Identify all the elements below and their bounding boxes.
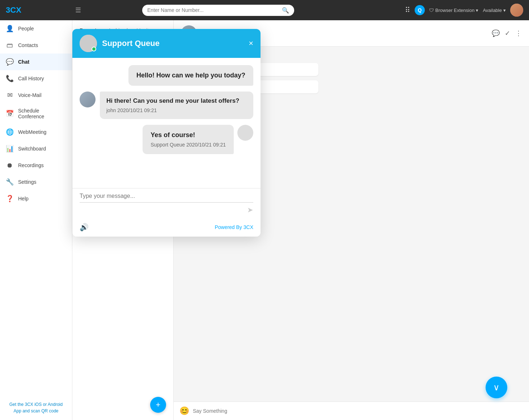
message-bubble-right: Yes of course! Support Queue 2020/10/21 …	[143, 125, 234, 154]
webmeeting-icon: 🌐	[6, 128, 14, 136]
recordings-icon: ⏺	[6, 161, 14, 169]
check-mark-icon[interactable]: ✓	[505, 29, 510, 37]
sidebar-item-help[interactable]: ❓ Help	[0, 190, 72, 207]
message-meta: john 2020/10/21 09:21	[106, 107, 247, 113]
sidebar: 👤 People 🗃 Contacts 💬 Chat 📞 Call Histor…	[0, 20, 72, 420]
sidebar-item-call-history[interactable]: 📞 Call History	[0, 70, 72, 87]
top-nav: 3CX ☰ 🔍 ⠿ Q 🛡 Browser Extension ▾ Availa…	[0, 0, 529, 20]
support-queue-close-button[interactable]: ×	[249, 39, 253, 47]
powered-by-label: Powered By 3CX	[215, 224, 253, 230]
scroll-down-button[interactable]: ∨	[486, 377, 507, 398]
support-queue-title: Support Queue	[102, 39, 244, 48]
switchboard-icon: 📊	[6, 145, 14, 153]
voicemail-icon: ✉	[6, 91, 14, 99]
support-queue-footer: 🔊 Powered By 3CX	[72, 220, 261, 237]
qr-link[interactable]: Get the 3CX iOS or Android App and scan …	[6, 401, 66, 414]
sidebar-item-people[interactable]: 👤 People	[0, 20, 72, 37]
message-group: Hi there! Can you send me your latest of…	[80, 92, 253, 119]
user-message-avatar	[80, 92, 96, 107]
available-status[interactable]: Available ▾	[483, 8, 506, 13]
people-icon: 👤	[6, 25, 14, 33]
sidebar-item-chat[interactable]: 💬 Chat	[0, 54, 72, 70]
user-avatar[interactable]	[510, 4, 523, 17]
sound-icon[interactable]: 🔊	[80, 223, 89, 232]
send-icon[interactable]: ➤	[247, 205, 253, 214]
chat-input-bar: 😊	[174, 402, 529, 420]
more-options-icon[interactable]: ⋮	[515, 29, 522, 37]
hamburger-button[interactable]: ☰	[72, 3, 84, 17]
sidebar-item-contacts[interactable]: 🗃 Contacts	[0, 37, 72, 54]
sidebar-item-switchboard[interactable]: 📊 Switchboard	[0, 140, 72, 157]
support-queue-input-area: ➤	[72, 188, 261, 220]
phone-icon: 📞	[6, 75, 14, 82]
message-group: Hello! How can we help you today?	[80, 65, 253, 86]
sidebar-item-webmeeting[interactable]: 🌐 WebMeeting	[0, 124, 72, 140]
search-bar: 🔍	[142, 5, 294, 16]
search-icon: 🔍	[282, 7, 289, 14]
new-chat-button[interactable]: +	[150, 397, 166, 413]
chat-header-actions: 💬 ✓ ⋮	[492, 29, 522, 37]
grid-icon[interactable]: ⠿	[405, 6, 410, 14]
support-queue-status-dot	[92, 47, 96, 51]
chevron-down-icon: ∨	[493, 382, 500, 393]
message-group: Yes of course! Support Queue 2020/10/21 …	[80, 125, 253, 154]
logo-area: 3CX	[0, 5, 72, 15]
support-queue-messages: Hello! How can we help you today? Hi the…	[72, 58, 261, 188]
help-icon: ❓	[6, 195, 14, 203]
contacts-icon: 🗃	[6, 41, 14, 49]
message-bubble-right: Hello! How can we help you today?	[128, 65, 253, 86]
app-logo: 3CX	[6, 5, 21, 15]
sidebar-footer: Get the 3CX iOS or Android App and scan …	[0, 395, 72, 420]
nav-right: ⠿ Q 🛡 Browser Extension ▾ Available ▾	[405, 4, 529, 17]
support-queue-header: Support Queue ×	[72, 29, 261, 58]
sidebar-item-recordings[interactable]: ⏺ Recordings	[0, 157, 72, 174]
calendar-icon: 📅	[6, 110, 14, 118]
browser-extension-button[interactable]: 🛡 Browser Extension ▾	[429, 8, 478, 13]
support-queue-message-input[interactable]	[80, 193, 253, 203]
support-queue-avatar	[80, 35, 97, 52]
sidebar-item-schedule[interactable]: 📅 Schedule Conference	[0, 103, 72, 124]
message-bubble-left: Hi there! Can you send me your latest of…	[100, 92, 253, 119]
chevron-down-icon: ▾	[503, 8, 506, 13]
chat-icon: 💬	[6, 58, 14, 66]
support-queue-popup: Support Queue × Hello! How can we help y…	[72, 29, 261, 237]
shield-icon: 🛡	[429, 8, 434, 13]
q-badge: Q	[415, 5, 425, 15]
chat-bubble-icon[interactable]: 💬	[492, 29, 500, 37]
settings-icon: 🔧	[6, 178, 14, 186]
sidebar-item-settings[interactable]: 🔧 Settings	[0, 174, 72, 190]
chevron-down-icon: ▾	[476, 8, 478, 13]
emoji-button[interactable]: 😊	[179, 406, 189, 416]
search-input[interactable]	[147, 7, 279, 13]
agent-avatar	[237, 125, 253, 141]
chat-message-input[interactable]	[193, 408, 523, 414]
message-meta: Support Queue 2020/10/21 09:21	[151, 142, 226, 148]
sidebar-item-voicemail[interactable]: ✉ Voice-Mail	[0, 87, 72, 103]
